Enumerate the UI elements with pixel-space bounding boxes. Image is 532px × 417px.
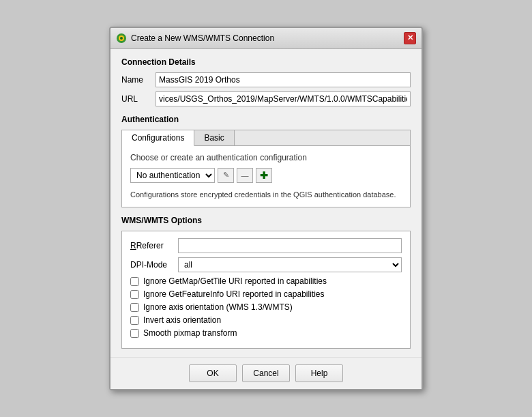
auth-select[interactable]: No authentication xyxy=(130,168,215,183)
name-input[interactable] xyxy=(156,72,411,87)
url-label: URL xyxy=(121,94,156,104)
wms-options-section: WMS/WMTS Options RReferer DPI-Mode all o… xyxy=(121,216,411,349)
auth-controls: No authentication ✎ — ✚ xyxy=(130,168,402,183)
referer-input[interactable] xyxy=(178,238,402,253)
qgis-icon xyxy=(116,33,127,44)
checkbox-getmap-label: Ignore GetMap/GetTile URI reported in ca… xyxy=(143,276,327,286)
wms-options-inner: RReferer DPI-Mode all off QGIS UMN GeoSe… xyxy=(121,231,411,349)
tab-basic[interactable]: Basic xyxy=(194,130,234,145)
help-button[interactable]: Help xyxy=(295,364,343,382)
auth-tabs-container: Configurations Basic Choose or create an… xyxy=(121,130,411,207)
checkbox-axis-orientation[interactable] xyxy=(130,303,139,312)
dialog-footer: OK Cancel Help xyxy=(110,357,422,389)
create-wms-dialog: Create a New WMS/WMTS Connection ✕ Conne… xyxy=(109,27,423,390)
checkbox-row-5: Smooth pixmap transform xyxy=(130,328,402,338)
auth-tabs-header: Configurations Basic xyxy=(122,130,410,146)
dpi-label: DPI-Mode xyxy=(130,260,178,270)
url-input[interactable] xyxy=(156,91,411,106)
checkbox-row-2: Ignore GetFeatureInfo URI reported in ca… xyxy=(130,289,402,299)
auth-remove-button[interactable]: — xyxy=(237,168,253,183)
url-row: URL xyxy=(121,91,411,106)
referer-underline: R xyxy=(130,241,136,250)
auth-note: Configurations store encrypted credentia… xyxy=(130,190,402,200)
checkbox-axis-orientation-label: Ignore axis orientation (WMS 1.3/WMTS) xyxy=(143,302,293,312)
referer-row: RReferer xyxy=(130,238,402,253)
auth-edit-button[interactable]: ✎ xyxy=(218,168,234,183)
authentication-section: Authentication Configurations Basic Choo… xyxy=(121,115,411,207)
referer-label: RReferer xyxy=(130,241,178,250)
checkbox-smooth-pixmap-label: Smooth pixmap transform xyxy=(143,328,237,338)
connection-details-title: Connection Details xyxy=(121,57,411,67)
edit-icon: ✎ xyxy=(223,171,229,179)
name-row: Name xyxy=(121,72,411,87)
checkbox-row-1: Ignore GetMap/GetTile URI reported in ca… xyxy=(130,276,402,286)
checkbox-invert-axis-label: Invert axis orientation xyxy=(143,315,221,325)
authentication-title: Authentication xyxy=(121,115,411,124)
checkbox-getmap[interactable] xyxy=(130,277,139,286)
wms-options-title: WMS/WMTS Options xyxy=(121,216,411,225)
checkbox-smooth-pixmap[interactable] xyxy=(130,329,139,338)
remove-icon: — xyxy=(241,171,249,179)
auth-add-button[interactable]: ✚ xyxy=(256,168,272,183)
close-button[interactable]: ✕ xyxy=(404,32,416,44)
dialog-body: Connection Details Name URL Authenticati… xyxy=(110,49,422,357)
checkbox-row-3: Ignore axis orientation (WMS 1.3/WMTS) xyxy=(130,302,402,312)
add-icon: ✚ xyxy=(260,170,268,181)
checkbox-getfeatureinfo[interactable] xyxy=(130,290,139,299)
title-bar: Create a New WMS/WMTS Connection ✕ xyxy=(110,28,422,49)
tab-content-configurations: Choose or create an authentication confi… xyxy=(122,146,410,207)
dialog-title: Create a New WMS/WMTS Connection xyxy=(131,33,274,43)
checkbox-getfeatureinfo-label: Ignore GetFeatureInfo URI reported in ca… xyxy=(143,289,324,299)
dpi-row: DPI-Mode all off QGIS UMN GeoServer xyxy=(130,257,402,272)
name-label: Name xyxy=(121,75,156,85)
checkbox-invert-axis[interactable] xyxy=(130,316,139,325)
svg-point-2 xyxy=(120,37,123,40)
dpi-select[interactable]: all off QGIS UMN GeoServer xyxy=(178,257,402,272)
ok-button[interactable]: OK xyxy=(189,364,237,382)
cancel-button[interactable]: Cancel xyxy=(242,364,290,382)
tab-configurations[interactable]: Configurations xyxy=(122,130,194,146)
checkbox-row-4: Invert axis orientation xyxy=(130,315,402,325)
auth-tab-desc: Choose or create an authentication confi… xyxy=(130,153,402,162)
